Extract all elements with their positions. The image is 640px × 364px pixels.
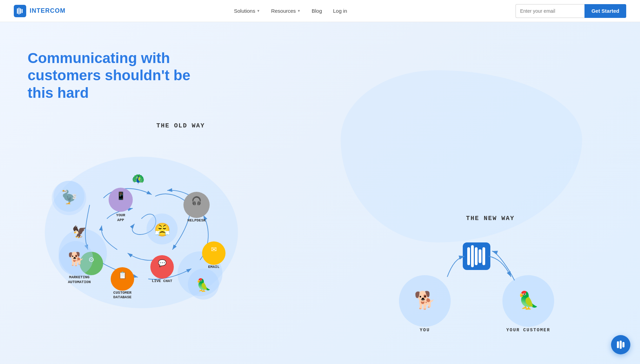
svg-text:✉: ✉ — [211, 246, 217, 253]
svg-text:📱: 📱 — [116, 191, 126, 200]
svg-text:🦅: 🦅 — [72, 225, 87, 239]
svg-rect-0 — [17, 8, 18, 14]
svg-text:HELPDESK: HELPDESK — [188, 218, 206, 222]
svg-point-19 — [150, 255, 174, 279]
svg-text:🦜: 🦜 — [518, 290, 539, 311]
svg-rect-1 — [19, 8, 20, 14]
svg-text:📋: 📋 — [118, 271, 127, 279]
svg-text:YOUR: YOUR — [116, 213, 126, 217]
svg-text:YOUR CUSTOMER: YOUR CUSTOMER — [506, 327, 550, 333]
resources-chevron-icon: ▼ — [297, 9, 301, 13]
blog-link[interactable]: Blog — [312, 8, 322, 14]
svg-text:CUSTOMER: CUSTOMER — [113, 291, 132, 295]
solutions-link[interactable]: Solutions ▼ — [234, 8, 260, 14]
svg-rect-50 — [475, 247, 478, 265]
svg-rect-55 — [622, 342, 624, 347]
svg-text:🐕: 🐕 — [68, 251, 84, 267]
nav-links: Solutions ▼ Resources ▼ Blog Log in — [234, 8, 347, 14]
chat-widget-button[interactable] — [611, 335, 630, 354]
svg-text:AUTOMATION: AUTOMATION — [68, 280, 91, 284]
svg-text:EMAIL: EMAIL — [208, 265, 219, 269]
solutions-chevron-icon: ▼ — [257, 9, 260, 13]
logo-link[interactable]: INTERCOM — [14, 5, 66, 17]
hero-section: Communicating with customers shouldn't b… — [0, 22, 640, 364]
svg-point-16 — [202, 241, 226, 265]
svg-text:LIVE CHAT: LIVE CHAT — [152, 279, 172, 283]
svg-rect-2 — [20, 8, 21, 14]
svg-text:🦤: 🦤 — [61, 189, 78, 205]
resources-link[interactable]: Resources ▼ — [271, 8, 301, 14]
svg-text:DATABASE: DATABASE — [113, 295, 132, 299]
navbar: INTERCOM Solutions ▼ Resources ▼ Blog Lo… — [0, 0, 640, 22]
hero-left: Communicating with customers shouldn't b… — [0, 22, 320, 364]
new-way-section: THE NEW WAY 🐕 YOU 🦜 — [341, 215, 612, 342]
svg-text:APP: APP — [117, 218, 124, 222]
login-link[interactable]: Log in — [333, 8, 347, 14]
new-way-label: THE NEW WAY — [368, 215, 612, 222]
hero-headline: Communicating with customers shouldn't b… — [28, 50, 200, 102]
logo-text: INTERCOM — [30, 7, 66, 14]
svg-text:😤: 😤 — [154, 222, 171, 238]
svg-rect-49 — [471, 245, 474, 267]
nav-get-started-button[interactable]: Get Started — [584, 4, 626, 18]
svg-rect-52 — [482, 247, 485, 265]
svg-rect-54 — [620, 341, 622, 349]
logo-icon — [14, 5, 26, 17]
nav-email-input[interactable] — [516, 4, 584, 18]
nav-cta: Get Started — [516, 4, 626, 18]
svg-text:🐕: 🐕 — [414, 290, 436, 311]
svg-text:🎧: 🎧 — [191, 196, 202, 206]
old-way-illustration: 📱 YOUR APP 🎧 HELPDESK ✉ EMAIL 💬 LIVE CHA… — [34, 136, 248, 315]
svg-text:💬: 💬 — [158, 259, 167, 267]
svg-rect-53 — [617, 341, 619, 348]
svg-text:🦜: 🦜 — [196, 278, 211, 292]
svg-rect-51 — [479, 249, 481, 263]
svg-rect-3 — [22, 9, 23, 13]
hero-right: THE NEW WAY 🐕 YOU 🦜 — [320, 22, 640, 364]
old-way-label: THE OLD WAY — [62, 122, 299, 129]
svg-text:YOU: YOU — [420, 327, 430, 333]
svg-text:🦚: 🦚 — [132, 173, 145, 185]
svg-text:MARKETING: MARKETING — [69, 275, 90, 279]
new-way-diagram: 🐕 YOU 🦜 YOUR CUSTOMER — [380, 232, 573, 342]
svg-point-22 — [111, 267, 134, 291]
svg-rect-48 — [467, 247, 470, 265]
